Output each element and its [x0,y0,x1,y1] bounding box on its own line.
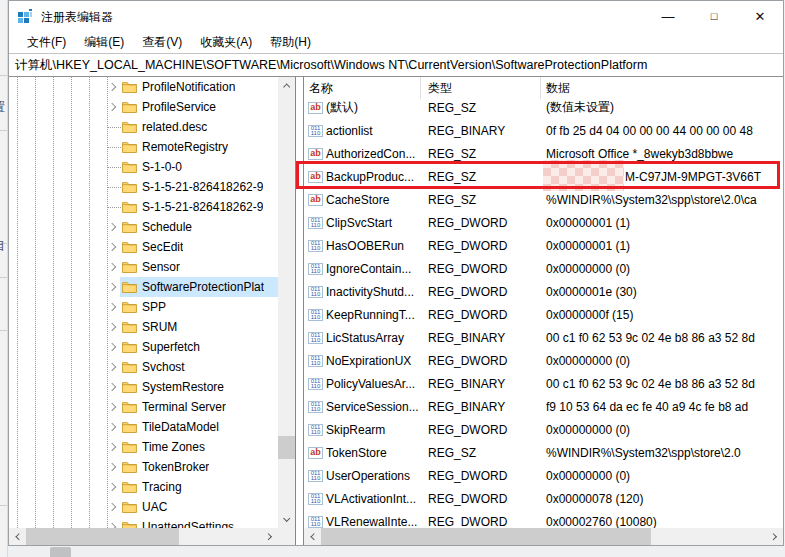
chevron-right-icon[interactable] [108,423,116,431]
registry-value-row[interactable]: ab CacheStore REG_SZ %WINDIR%\System32\s… [304,188,783,211]
tree-item[interactable]: UnattendSettings [9,517,278,528]
chevron-right-icon[interactable] [108,463,116,471]
registry-value-row[interactable]: 011 110 VLActivationInt... REG_DWORD 0x0… [304,487,783,510]
registry-value-row[interactable]: 011 110 SkipRearm REG_DWORD 0x00000000 (… [304,418,783,441]
tree-item-body[interactable]: ProfileService [120,97,278,117]
scrollbar-thumb[interactable] [26,528,179,545]
tree-item-body[interactable]: SoftwareProtectionPlat [120,277,278,297]
tree-item-body[interactable]: S-1-0-0 [120,157,278,177]
registry-value-row[interactable]: ab TokenStore REG_SZ %WINDIR%\System32\s… [304,441,783,464]
tree-item-body[interactable]: Sensor [120,257,278,277]
tree-item[interactable]: SoftwareProtectionPlat [9,277,278,297]
chevron-right-icon[interactable] [108,343,116,351]
tree-item-body[interactable]: S-1-5-21-826418262-9 [120,197,278,217]
chevron-right-icon[interactable] [108,503,116,511]
registry-value-row[interactable]: 011 110 UserOperations REG_DWORD 0x00000… [304,464,783,487]
scroll-up-button[interactable] [278,77,295,94]
chevron-right-icon[interactable] [108,483,116,491]
chevron-right-icon[interactable] [108,103,116,111]
tree-item[interactable]: ProfileService [9,97,278,117]
tree-item-body[interactable]: Time Zones [120,437,278,457]
chevron-right-icon[interactable] [108,223,116,231]
scrollbar-thumb[interactable] [278,436,295,459]
tree-item[interactable]: Schedule [9,217,278,237]
menu-file[interactable]: 文件(F) [18,32,75,53]
tree-item-body[interactable]: ProfileNotification [120,77,278,97]
tree-item-body[interactable]: SystemRestore [120,377,278,397]
chevron-right-icon[interactable] [108,323,116,331]
tree-vertical-scrollbar[interactable] [278,77,295,528]
tree-item-body[interactable]: SRUM [120,317,278,337]
address-bar[interactable]: 计算机\HKEY_LOCAL_MACHINE\SOFTWARE\Microsof… [9,53,783,77]
chevron-right-icon[interactable] [108,243,116,251]
registry-value-row[interactable]: 011 110 LicStatusArray REG_BINARY 00 c1 … [304,326,783,349]
chevron-right-icon[interactable] [108,303,116,311]
scrollbar-thumb[interactable] [321,528,651,545]
tree-item[interactable]: SPP [9,297,278,317]
tree-horizontal-scrollbar[interactable] [9,528,278,545]
tree-item-body[interactable]: RemoteRegistry [120,137,278,157]
tree-item[interactable]: Time Zones [9,437,278,457]
tree-item-body[interactable]: Tracing [120,477,278,497]
tree-item[interactable]: TileDataModel [9,417,278,437]
chevron-right-icon[interactable] [108,383,116,391]
tree-item[interactable]: SRUM [9,317,278,337]
tree-item-body[interactable]: TokenBroker [120,457,278,477]
chevron-right-icon[interactable] [108,443,116,451]
registry-value-row[interactable]: ab (默认) REG_SZ (数值未设置) [304,96,783,119]
tree-item-body[interactable]: S-1-5-21-826418262-9 [120,177,278,197]
tree-item-body[interactable]: SecEdit [120,237,278,257]
tree-item-body[interactable]: Terminal Server [120,397,278,417]
tree-item[interactable]: S-1-0-0 [9,157,278,177]
scroll-down-button[interactable] [278,511,295,528]
close-button[interactable]: ✕ [737,1,783,31]
tree-item-body[interactable]: related.desc [120,117,278,137]
chevron-right-icon[interactable] [108,283,116,291]
registry-value-row[interactable]: 011 110 ClipSvcStart REG_DWORD 0x0000000… [304,211,783,234]
tree-item[interactable]: S-1-5-21-826418262-9 [9,177,278,197]
tree-item-body[interactable]: UnattendSettings [120,517,278,528]
tree-item-body[interactable]: Superfetch [120,337,278,357]
tree-item[interactable]: Svchost [9,357,278,377]
tree-item-body[interactable]: Svchost [120,357,278,377]
scroll-left-button[interactable] [304,528,321,545]
menu-help[interactable]: 帮助(H) [261,32,320,53]
tree-item-body[interactable]: Schedule [120,217,278,237]
registry-value-row[interactable]: 011 110 HasOOBERun REG_DWORD 0x00000001 … [304,234,783,257]
scroll-left-button[interactable] [9,528,26,545]
chevron-right-icon[interactable] [108,403,116,411]
tree-item[interactable]: SystemRestore [9,377,278,397]
menu-favorites[interactable]: 收藏夹(A) [191,32,261,53]
registry-value-row[interactable]: 011 110 actionlist REG_BINARY 0f fb 25 d… [304,119,783,142]
chevron-right-icon[interactable] [108,263,116,271]
tree-item[interactable]: TokenBroker [9,457,278,477]
tree-item[interactable]: Superfetch [9,337,278,357]
tree-item[interactable]: RemoteRegistry [9,137,278,157]
tree-item[interactable]: Terminal Server [9,397,278,417]
tree-item[interactable]: Sensor [9,257,278,277]
pane-splitter[interactable] [296,77,303,545]
registry-value-row[interactable]: 011 110 PolicyValuesAr... REG_BINARY 00 … [304,372,783,395]
minimize-button[interactable]: — [645,1,691,31]
tree-item[interactable]: related.desc [9,117,278,137]
menu-edit[interactable]: 编辑(E) [75,32,133,53]
registry-value-row[interactable]: 011 110 NoExpirationUX REG_DWORD 0x00000… [304,349,783,372]
maximize-button[interactable]: □ [691,1,737,31]
menu-view[interactable]: 查看(V) [133,32,191,53]
tree-item[interactable]: SecEdit [9,237,278,257]
registry-value-row[interactable]: 011 110 ServiceSession... REG_BINARY f9 … [304,395,783,418]
scroll-right-button[interactable] [766,528,783,545]
scroll-right-button[interactable] [261,528,278,545]
tree-item-body[interactable]: UAC [120,497,278,517]
registry-value-row[interactable]: 011 110 InactivityShutd... REG_DWORD 0x0… [304,280,783,303]
chevron-right-icon[interactable] [108,363,116,371]
chevron-right-icon[interactable] [108,83,116,91]
tree-item[interactable]: Tracing [9,477,278,497]
tree-item[interactable]: UAC [9,497,278,517]
tree-item[interactable]: S-1-5-21-826418262-9 [9,197,278,217]
tree-item-body[interactable]: TileDataModel [120,417,278,437]
tree-item[interactable]: ProfileNotification [9,77,278,97]
registry-value-row[interactable]: 011 110 IgnoreContain... REG_DWORD 0x000… [304,257,783,280]
tree-item-body[interactable]: SPP [120,297,278,317]
registry-value-row[interactable]: 011 110 VLRenewalInte... REG_DWORD 0x000… [304,510,783,528]
